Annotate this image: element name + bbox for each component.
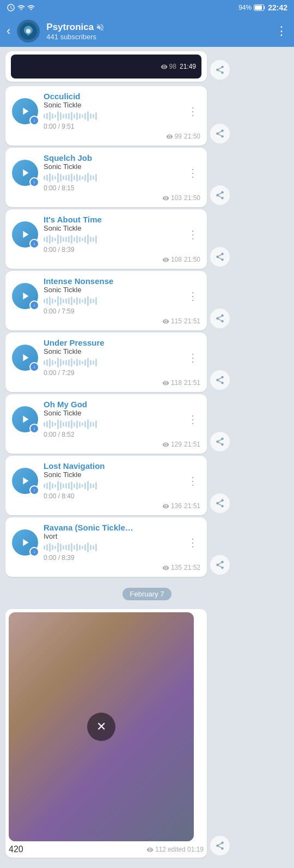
- track-time-lost-navigation: 0:00 / 8:40: [44, 492, 180, 500]
- play-button-lost-navigation[interactable]: [12, 468, 38, 494]
- play-icon: [19, 105, 31, 117]
- play-button-intense-nonsense[interactable]: [12, 283, 38, 309]
- track-share-button-squelch-job[interactable]: [210, 185, 230, 205]
- back-button[interactable]: ‹: [7, 24, 10, 38]
- play-icon: [19, 475, 31, 487]
- track-more-button-lost-navigation[interactable]: ⋮: [185, 474, 200, 487]
- track-share-button-its-about-time[interactable]: [210, 247, 230, 267]
- photo-share-button[interactable]: [210, 836, 230, 855]
- play-icon: [19, 228, 31, 240]
- msg-views-intense-nonsense: 115: [162, 317, 182, 325]
- msg-views-ravana: 135: [162, 564, 182, 571]
- track-more-button-oh-my-god[interactable]: ⋮: [185, 413, 200, 426]
- views-icon: [166, 133, 173, 140]
- video-time: 21:49: [180, 63, 196, 70]
- forward-icon: [215, 437, 225, 447]
- forward-icon: [215, 129, 225, 138]
- download-indicator: [29, 547, 39, 557]
- track-share-button-oh-my-god[interactable]: [210, 432, 230, 451]
- photo-message-row: ✕ 420 112 edited 01:19: [5, 609, 289, 858]
- mute-icon: [96, 23, 105, 32]
- track-info-under-pressure: Under Pressure Sonic Tickle 0:00 / 7:29: [44, 338, 180, 377]
- track-info-squelch-job: Squelch Job Sonic Tickle 0:00 / 8:15: [44, 153, 180, 192]
- msg-time-under-pressure: 21:51: [184, 379, 200, 387]
- views-icon: [162, 564, 169, 571]
- track-artist-under-pressure: Sonic Tickle: [44, 347, 180, 355]
- cancel-download-button[interactable]: ✕: [87, 713, 115, 741]
- play-button-occulicid[interactable]: [12, 98, 38, 124]
- play-button-squelch-job[interactable]: [12, 160, 38, 186]
- battery-icon: [254, 4, 266, 11]
- views-count: 136: [171, 502, 182, 510]
- channel-name: Psytronica: [46, 22, 269, 33]
- track-time-squelch-job: 0:00 / 8:15: [44, 184, 180, 192]
- play-button-oh-my-god[interactable]: [12, 406, 38, 432]
- audio-track-under-pressure: Under Pressure Sonic Tickle 0:00 / 7:29 …: [12, 338, 200, 377]
- track-time-its-about-time: 0:00 / 8:39: [44, 246, 180, 254]
- audio-track-intense-nonsense: Intense Nonsense Sonic Tickle 0:00 / 7:5…: [12, 276, 200, 315]
- track-artist-occulicid: Sonic Tickle: [44, 101, 180, 109]
- track-row-intense-nonsense: Intense Nonsense Sonic Tickle 0:00 / 7:5…: [5, 271, 289, 330]
- views-count: 99: [175, 132, 182, 140]
- track-time-under-pressure: 0:00 / 7:29: [44, 369, 180, 377]
- video-preview-bubble: 98 21:49: [5, 51, 207, 82]
- track-share-button-lost-navigation[interactable]: [210, 493, 230, 513]
- photo-views: 112 edited 01:19: [146, 846, 204, 853]
- download-indicator: [29, 177, 39, 187]
- track-more-button-its-about-time[interactable]: ⋮: [185, 228, 200, 241]
- track-more-button-squelch-job[interactable]: ⋮: [185, 166, 200, 179]
- play-icon: [19, 537, 31, 548]
- status-right: 94% 22:42: [238, 3, 287, 12]
- track-info-oh-my-god: Oh My God Sonic Tickle 0:00 / 8:52: [44, 400, 180, 438]
- channel-info: Psytronica 441 subscribers: [46, 22, 269, 41]
- views-icon: [162, 441, 169, 448]
- views-icon: [162, 256, 169, 263]
- track-bubble-squelch-job: Squelch Job Sonic Tickle 0:00 / 8:15 ⋮ 1…: [5, 148, 207, 207]
- track-bubble-under-pressure: Under Pressure Sonic Tickle 0:00 / 7:29 …: [5, 333, 207, 392]
- status-bar: 94% 22:42: [0, 0, 294, 15]
- track-more-button-under-pressure[interactable]: ⋮: [185, 351, 200, 364]
- audio-track-oh-my-god: Oh My God Sonic Tickle 0:00 / 8:52 ⋮: [12, 400, 200, 438]
- msg-time-intense-nonsense: 21:51: [184, 317, 200, 325]
- play-button-ravana[interactable]: [12, 529, 38, 556]
- more-options-button[interactable]: ⋮: [275, 24, 287, 38]
- track-row-oh-my-god: Oh My God Sonic Tickle 0:00 / 8:52 ⋮ 129…: [5, 394, 289, 454]
- msg-meta-lost-navigation: 136 21:51: [12, 502, 200, 510]
- audio-track-lost-navigation: Lost Navigation Sonic Tickle 0:00 / 8:40…: [12, 461, 200, 500]
- share-button[interactable]: [210, 60, 230, 80]
- message-list: 98 21:49 Occulicid Sonic: [0, 47, 294, 864]
- track-more-button-occulicid[interactable]: ⋮: [185, 105, 200, 118]
- msg-time-its-about-time: 21:50: [184, 256, 200, 263]
- forward-icon: [215, 498, 225, 508]
- play-icon: [19, 167, 31, 179]
- photo-caption: 420: [9, 845, 23, 854]
- track-share-button-ravana[interactable]: [210, 555, 230, 575]
- track-title-squelch-job: Squelch Job: [44, 153, 180, 162]
- track-time-ravana: 0:00 / 8:39: [44, 554, 180, 562]
- track-share-button-occulicid[interactable]: [210, 124, 230, 143]
- track-info-lost-navigation: Lost Navigation Sonic Tickle 0:00 / 8:40: [44, 461, 180, 500]
- track-artist-ravana: Ivort: [44, 532, 180, 540]
- play-button-its-about-time[interactable]: [12, 221, 38, 248]
- channel-avatar[interactable]: [17, 20, 40, 43]
- waveform-oh-my-god: [44, 419, 180, 430]
- waveform-occulicid: [44, 111, 180, 122]
- msg-time-ravana: 21:52: [184, 564, 200, 571]
- play-button-under-pressure[interactable]: [12, 345, 38, 371]
- track-bubble-its-about-time: It's About Time Sonic Tickle 0:00 / 8:39…: [5, 209, 207, 269]
- track-bubble-oh-my-god: Oh My God Sonic Tickle 0:00 / 8:52 ⋮ 129…: [5, 394, 207, 454]
- track-more-button-intense-nonsense[interactable]: ⋮: [185, 290, 200, 303]
- track-title-oh-my-god: Oh My God: [44, 400, 180, 409]
- views-icon: [161, 63, 168, 70]
- forward-icon: [215, 841, 225, 851]
- forward-icon: [215, 252, 225, 262]
- track-share-button-under-pressure[interactable]: [210, 370, 230, 390]
- msg-time-squelch-job: 21:50: [184, 194, 200, 202]
- track-share-button-intense-nonsense[interactable]: [210, 309, 230, 328]
- msg-views-oh-my-god: 129: [162, 441, 182, 448]
- track-row-lost-navigation: Lost Navigation Sonic Tickle 0:00 / 8:40…: [5, 456, 289, 515]
- views-count: 118: [171, 379, 182, 387]
- download-indicator: [29, 300, 39, 310]
- track-row-ravana: Ravana (Sonic Tickle… Ivort 0:00 / 8:39 …: [5, 517, 289, 577]
- track-more-button-ravana[interactable]: ⋮: [185, 536, 200, 549]
